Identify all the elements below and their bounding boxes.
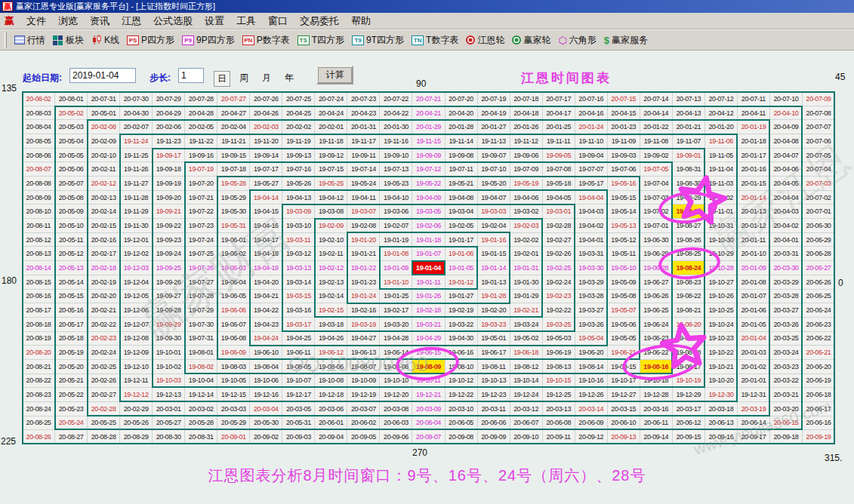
grid-cell: 19-06-27: [640, 275, 672, 289]
menu-item-4[interactable]: 公式选股: [147, 13, 199, 29]
grid-cell: 20-08-30: [153, 430, 184, 444]
grid-cell: 19-08-24: [673, 261, 704, 275]
grid-cell: 19-09-21: [153, 204, 184, 218]
grid-cell: 19-12-30: [705, 388, 737, 401]
toolbar-button-10[interactable]: 赢家轮: [508, 32, 554, 48]
grid-cell: 19-06-24: [640, 318, 672, 331]
grid-cell: 19-11-23: [153, 134, 184, 148]
grid-cell: 20-06-11: [640, 416, 672, 430]
grid-cell: 20-06-24: [803, 303, 834, 317]
step-unit-年[interactable]: 年: [282, 71, 297, 85]
grid-cell: 20-02-14: [88, 204, 119, 218]
toolbar-button-2[interactable]: K线: [88, 32, 123, 48]
grid-cell: 19-01-08: [380, 247, 412, 260]
grid-cell: 20-05-14: [55, 275, 87, 289]
toolbar-button-8[interactable]: TNT数字表: [408, 32, 462, 48]
grid-cell: 20-06-25: [803, 290, 834, 303]
grid-cell: 19-12-21: [412, 388, 444, 401]
menu-item-6[interactable]: 工具: [230, 13, 262, 29]
grid-cell: 19-07-09: [510, 162, 542, 176]
blocks-icon: [53, 35, 57, 40]
grid-cell: 20-06-09: [575, 416, 607, 430]
grid-cell: 19-06-11: [282, 346, 314, 359]
grid-cell: 20-02-05: [185, 120, 217, 134]
menu-item-5[interactable]: 设置: [199, 13, 230, 29]
start-date-input[interactable]: [69, 68, 136, 83]
grid-cell: 20-04-08: [770, 134, 802, 148]
grid-cell: 19-06-14: [380, 346, 412, 359]
PN-icon: PN: [242, 35, 254, 45]
grid-cell: 19-03-24: [510, 318, 542, 331]
toolbar-button-5[interactable]: PNP数字表: [239, 32, 294, 48]
step-unit-月[interactable]: 月: [259, 71, 274, 85]
grid-cell: 20-03-20: [770, 402, 802, 416]
grid-cell: 20-02-28: [88, 402, 119, 416]
toolbar-button-12[interactable]: $赢家服务: [600, 32, 652, 48]
toolbar-button-4[interactable]: P99P四方形: [178, 32, 239, 48]
menu-item-1[interactable]: 浏览: [52, 13, 84, 29]
toolbar-button-0[interactable]: 行情: [11, 32, 49, 48]
step-unit-日[interactable]: 日: [214, 71, 230, 87]
grid-cell: 19-09-13: [282, 149, 314, 162]
menu-item-0[interactable]: 文件: [20, 13, 52, 29]
grid-cell: 19-10-25: [705, 303, 737, 317]
grid-cell: 20-03-06: [315, 402, 347, 416]
grid-cell: 19-02-02: [510, 233, 542, 247]
grid-cell: 19-08-20: [673, 318, 704, 331]
grid-cell: 19-09-10: [380, 149, 412, 162]
step-unit-周[interactable]: 周: [236, 71, 251, 85]
calculate-button[interactable]: 计算: [316, 66, 353, 85]
grid-cell: 19-02-27: [543, 233, 575, 247]
grid-cell: 19-05-01: [478, 332, 510, 346]
grid-cell: 20-03-16: [640, 402, 672, 416]
grid-cell: 19-03-07: [347, 204, 379, 218]
toolbar-button-3[interactable]: PSP四方形: [123, 32, 178, 48]
grid-cell: 19-01-04: [412, 261, 444, 275]
grid-cell: 19-04-06: [510, 191, 542, 204]
grid-cell: 19-04-19: [250, 261, 282, 275]
menu-item-7[interactable]: 窗口: [262, 13, 294, 29]
step-input[interactable]: [178, 68, 204, 83]
grid-cell: 19-10-22: [705, 346, 737, 359]
grid-cell: 20-02-25: [88, 360, 119, 373]
grid-cell: 19-12-13: [153, 388, 184, 401]
grid-cell: 19-04-17: [250, 233, 282, 247]
grid-cell: 20-08-26: [23, 430, 54, 444]
grid-cell: 20-04-13: [673, 106, 704, 120]
wheel-icon: [512, 35, 521, 45]
grid-cell: 19-07-04: [640, 177, 672, 190]
grid-cell: 19-10-26: [705, 290, 737, 303]
grid-cell: 19-01-15: [478, 247, 510, 260]
toolbar-label: K线: [104, 34, 119, 47]
grid-cell: 19-04-07: [478, 191, 510, 204]
grid-cell: 19-04-29: [412, 332, 444, 346]
grid-cell: 19-09-26: [153, 275, 184, 289]
grid-cell: 19-07-21: [185, 191, 217, 204]
menu-item-9[interactable]: 帮助: [345, 13, 377, 29]
toolbar-button-1[interactable]: 板块: [49, 32, 88, 48]
toolbar-button-11[interactable]: ⬡六角形: [554, 32, 600, 48]
grid-cell: 19-07-10: [478, 162, 510, 176]
grid-cell: 19-12-06: [120, 303, 152, 317]
menu-item-3[interactable]: 江恩: [116, 13, 147, 29]
grid-cell: 20-09-19: [803, 430, 834, 444]
grid-cell: 19-07-16: [282, 162, 314, 176]
toolbar-button-6[interactable]: TST四方形: [294, 32, 348, 48]
grid-cell: 19-07-26: [185, 261, 217, 275]
angle-label-135: 135: [2, 83, 17, 94]
grid-cell: 19-02-11: [315, 247, 347, 260]
grid-cell: 20-02-15: [88, 219, 119, 232]
grid-cell: 19-09-29: [153, 318, 184, 331]
toolbar-button-7[interactable]: T99T四方形: [348, 32, 408, 48]
grid-cell: 20-02-27: [88, 388, 119, 401]
menu-item-2[interactable]: 资讯: [84, 13, 116, 29]
grid-cell: 20-08-05: [23, 134, 54, 148]
menu-item-8[interactable]: 交易委托: [294, 13, 345, 29]
grid-cell: 19-07-29: [185, 303, 217, 317]
grid-cell: 20-05-31: [282, 416, 314, 430]
toolbar-button-9[interactable]: 江恩轮: [462, 32, 508, 48]
grid-cell: 19-09-24: [153, 247, 184, 260]
grid-cell: 20-07-25: [282, 92, 314, 106]
grid-cell: 20-07-03: [803, 177, 834, 190]
grid-cell: 19-12-15: [217, 388, 249, 401]
